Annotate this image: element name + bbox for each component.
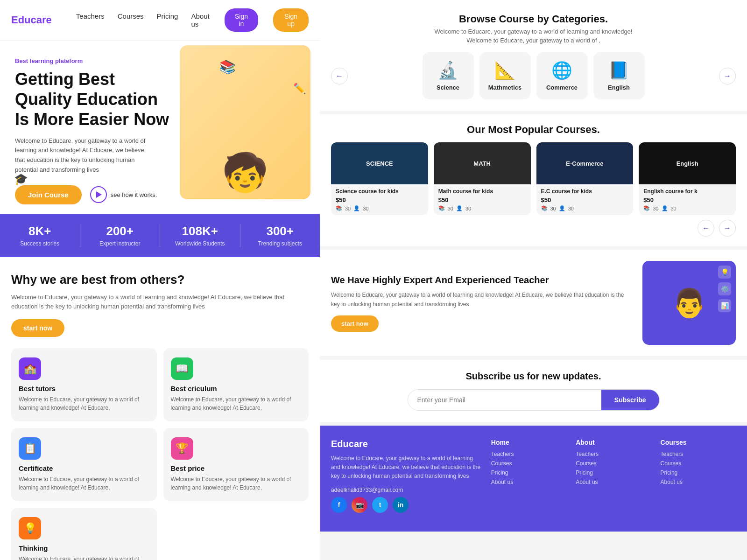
facebook-icon[interactable]: f: [331, 497, 347, 513]
signin-button[interactable]: Sign in: [225, 8, 259, 32]
footer-about-pricing[interactable]: Pricing: [576, 469, 651, 476]
certificate-icon: 📋: [19, 437, 41, 460]
stat-success: 8K+ Success stories: [0, 224, 80, 247]
subscribe-form: Subscribe: [408, 389, 660, 411]
book-icon: 📚: [336, 205, 342, 211]
footer-courses-pricing[interactable]: Pricing: [661, 469, 736, 476]
teacher-image: 👨 💡 ⚙️ 📊: [642, 261, 736, 345]
subscribe-section: Subscribe us for new updates. Subscribe: [320, 360, 747, 422]
footer-home-about[interactable]: About us: [491, 479, 566, 485]
user-icon2: 👤: [456, 205, 463, 211]
book-icon3: 📚: [541, 205, 548, 211]
teacher-person-icon: 👨: [672, 287, 707, 320]
email-input[interactable]: [408, 390, 601, 410]
logo: Educare: [11, 14, 52, 26]
feature-card-curriculum: 📖 Best criculum Welcome to Educare, your…: [163, 348, 309, 421]
math-icon: 📐: [486, 61, 524, 80]
teacher-content: We Have Highly Expert And Experienced Te…: [331, 274, 633, 331]
cat-science: 🔬 Science: [423, 52, 474, 99]
nav-courses[interactable]: Courses: [118, 12, 144, 28]
ec-meta: 📚 30 👤 30: [541, 205, 629, 211]
footer-about-courses[interactable]: Courses: [576, 460, 651, 467]
linkedin-icon[interactable]: in: [393, 497, 409, 513]
subscribe-button[interactable]: Subscribe: [601, 390, 659, 410]
footer-about-teachers[interactable]: Teachers: [576, 451, 651, 457]
hero-kid-image: 🧒: [222, 151, 268, 195]
course-math: MATH Math course for kids $50 📚 30 👤 30: [434, 142, 531, 215]
stat-students: 108K+ Worldwide Students: [160, 224, 240, 247]
footer-courses-teachers[interactable]: Teachers: [661, 451, 736, 457]
footer-col-about: About Teachers Courses Pricing About us: [576, 439, 651, 513]
floating-book-icon: 📚: [219, 59, 236, 75]
nav-pricing[interactable]: Pricing: [157, 12, 178, 28]
footer-about-about[interactable]: About us: [576, 479, 651, 485]
teacher-section: We Have Highly Expert And Experienced Te…: [320, 250, 747, 356]
instagram-icon[interactable]: 📷: [352, 497, 367, 513]
browse-sub1: Welcome to Educare, your gateway to a wo…: [331, 28, 736, 35]
science-price: $50: [336, 196, 423, 203]
footer-home-pricing[interactable]: Pricing: [491, 469, 566, 476]
hero-title-line3: Is More Easier Now: [15, 110, 169, 129]
certificate-name: Certificate: [19, 464, 149, 472]
subscribe-title: Subscribe us for new updates.: [331, 371, 736, 382]
user-icon: 👤: [353, 205, 360, 211]
certificate-desc: Welcome to Educare, your gateway to a wo…: [19, 475, 149, 492]
nav-teachers[interactable]: Teachers: [76, 12, 105, 28]
curriculum-desc: Welcome to Educare, your gateway to a wo…: [171, 395, 302, 412]
math-course-name: Math course for kids: [438, 188, 526, 195]
tutors-name: Best tutors: [19, 385, 149, 392]
ecommerce-thumb: E-Commerce: [536, 142, 634, 184]
tutors-desc: Welcome to Educare, your gateway to a wo…: [19, 395, 149, 412]
hero-image: 🧒: [180, 45, 310, 199]
stat-subjects-num: 300+: [240, 224, 320, 238]
hero-title-line1: Getting Best: [15, 70, 115, 89]
twitter-icon[interactable]: t: [372, 497, 388, 513]
science-thumb: SCIENCE: [331, 142, 428, 184]
stat-instructors-label: Expert instructer: [80, 240, 160, 247]
math-name: Mathmetics: [486, 84, 524, 91]
teacher-title: We Have Highly Expert And Experienced Te…: [331, 274, 633, 286]
english-course-name: English course for k: [643, 188, 731, 195]
teacher-start-button[interactable]: start now: [331, 315, 379, 332]
course-science: SCIENCE Science course for kids $50 📚 30…: [331, 142, 428, 215]
bulb-icon: 💡: [718, 266, 731, 279]
math-meta: 📚 30 👤 30: [438, 205, 526, 211]
science-icon: 🔬: [429, 61, 467, 80]
logo-main: Edu: [11, 14, 31, 26]
course-cards: SCIENCE Science course for kids $50 📚 30…: [331, 142, 736, 215]
courses-arrow-left[interactable]: ←: [698, 220, 714, 237]
course-english: English English course for k $50 📚 30 👤 …: [639, 142, 736, 215]
footer-logo: Educare: [331, 439, 482, 449]
play-button[interactable]: see how it works.: [90, 186, 157, 203]
nav-about[interactable]: About us: [191, 12, 209, 28]
floating-hat-icon: 🎓: [14, 173, 28, 186]
footer-courses-courses[interactable]: Courses: [661, 460, 736, 467]
footer-courses-about[interactable]: About us: [661, 479, 736, 485]
navbar: Educare Teachers Courses Pricing About u…: [0, 0, 320, 41]
footer-home-courses[interactable]: Courses: [491, 460, 566, 467]
science-name: Science: [429, 84, 467, 91]
cat-english: 📘 English: [593, 52, 645, 99]
hero-desc: Welcome to Educare, your gateway to a wo…: [15, 136, 155, 175]
browse-sub2: Welcome to Educare, your gateway to a wo…: [331, 37, 736, 44]
nav-links: Teachers Courses Pricing About us: [76, 12, 210, 28]
why-start-button[interactable]: start now: [11, 319, 64, 337]
cat-cards: 🔬 Science 📐 Mathmetics 🌐 Commerce 📘 Engl…: [352, 52, 714, 99]
signup-button[interactable]: Sign up: [273, 8, 309, 32]
courses-arrow-right[interactable]: →: [719, 220, 736, 237]
price-icon: 🏆: [171, 437, 193, 460]
thinking-name: Thinking: [19, 544, 149, 552]
thinking-icon: 💡: [19, 517, 41, 539]
english-thumb: English: [639, 142, 736, 184]
ec-price: $50: [541, 196, 629, 203]
science-meta: 📚 30 👤 30: [336, 205, 423, 211]
english-meta: 📚 30 👤 30: [643, 205, 731, 211]
footer-home-teachers[interactable]: Teachers: [491, 451, 566, 457]
cat-arrow-left[interactable]: ←: [331, 68, 348, 84]
curriculum-icon: 📖: [171, 357, 193, 380]
cat-arrow-right[interactable]: →: [719, 68, 736, 84]
course-arrows: ← →: [331, 220, 736, 237]
play-circle-icon: [90, 186, 107, 203]
join-course-button[interactable]: Join Course: [15, 185, 82, 204]
footer-home-title: Home: [491, 439, 566, 446]
